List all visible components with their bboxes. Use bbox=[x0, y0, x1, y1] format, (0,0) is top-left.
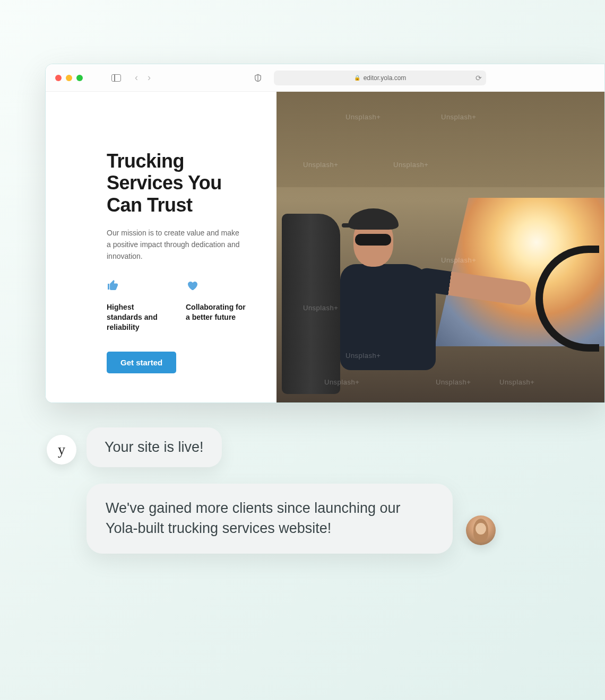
window-controls bbox=[55, 75, 83, 81]
shield-icon[interactable] bbox=[254, 73, 262, 83]
back-icon[interactable]: ‹ bbox=[135, 72, 138, 83]
chat-message: Your site is live! bbox=[105, 439, 204, 455]
page-content: Trucking Services You Can Trust Our miss… bbox=[46, 92, 604, 402]
watermark-text: Unsplash+ bbox=[499, 378, 534, 386]
watermark-text: Unsplash+ bbox=[393, 161, 428, 169]
sidebar-toggle-icon[interactable] bbox=[111, 74, 121, 82]
browser-window: ‹ › 🔒 editor.yola.com ⟳ Trucking Service… bbox=[45, 64, 605, 403]
url-text: editor.yola.com bbox=[364, 74, 407, 82]
watermark-text: Unsplash+ bbox=[303, 161, 338, 169]
lock-icon: 🔒 bbox=[354, 75, 360, 81]
minimize-window-icon[interactable] bbox=[66, 75, 72, 81]
watermark-text: Unsplash+ bbox=[436, 378, 471, 386]
watermark-text: Unsplash+ bbox=[345, 352, 381, 360]
feature-label: Highest standards and reliability bbox=[107, 302, 171, 332]
watermark-text: Unsplash+ bbox=[441, 256, 476, 264]
feature-item: Collaborating for a better future bbox=[186, 279, 250, 332]
hero-image-region: Unsplash+ Unsplash+ Unsplash+ Unsplash+ … bbox=[276, 92, 604, 402]
thumbs-up-icon bbox=[107, 279, 119, 292]
heart-icon bbox=[186, 279, 198, 292]
nav-arrows: ‹ › bbox=[135, 72, 151, 83]
hero-description: Our mission is to create value and make … bbox=[107, 228, 245, 262]
brand-logo-letter: y bbox=[58, 441, 65, 458]
close-window-icon[interactable] bbox=[55, 75, 62, 81]
browser-chrome: ‹ › 🔒 editor.yola.com ⟳ bbox=[46, 64, 604, 92]
user-avatar bbox=[466, 515, 496, 545]
forward-icon[interactable]: › bbox=[148, 72, 151, 83]
watermark-text: Unsplash+ bbox=[345, 113, 381, 121]
chat-bubble-system: Your site is live! bbox=[87, 427, 222, 467]
reload-icon[interactable]: ⟳ bbox=[476, 74, 482, 82]
brand-avatar: y bbox=[47, 435, 76, 465]
features-row: Highest standards and reliability Collab… bbox=[107, 279, 250, 332]
watermark-text: Unsplash+ bbox=[303, 304, 338, 312]
chat-message: We've gained more clients since launchin… bbox=[106, 500, 400, 536]
address-bar[interactable]: 🔒 editor.yola.com ⟳ bbox=[274, 71, 486, 85]
chat-bubble-user: We've gained more clients since launchin… bbox=[87, 484, 453, 554]
watermark-text: Unsplash+ bbox=[324, 378, 359, 386]
maximize-window-icon[interactable] bbox=[76, 75, 83, 81]
hero-title: Trucking Services You Can Trust bbox=[107, 150, 250, 216]
hero-left: Trucking Services You Can Trust Our miss… bbox=[46, 92, 276, 402]
get-started-button[interactable]: Get started bbox=[107, 352, 176, 373]
watermark-text: Unsplash+ bbox=[441, 113, 476, 121]
feature-item: Highest standards and reliability bbox=[107, 279, 171, 332]
feature-label: Collaborating for a better future bbox=[186, 302, 250, 322]
hero-image: Unsplash+ Unsplash+ Unsplash+ Unsplash+ … bbox=[276, 92, 604, 402]
